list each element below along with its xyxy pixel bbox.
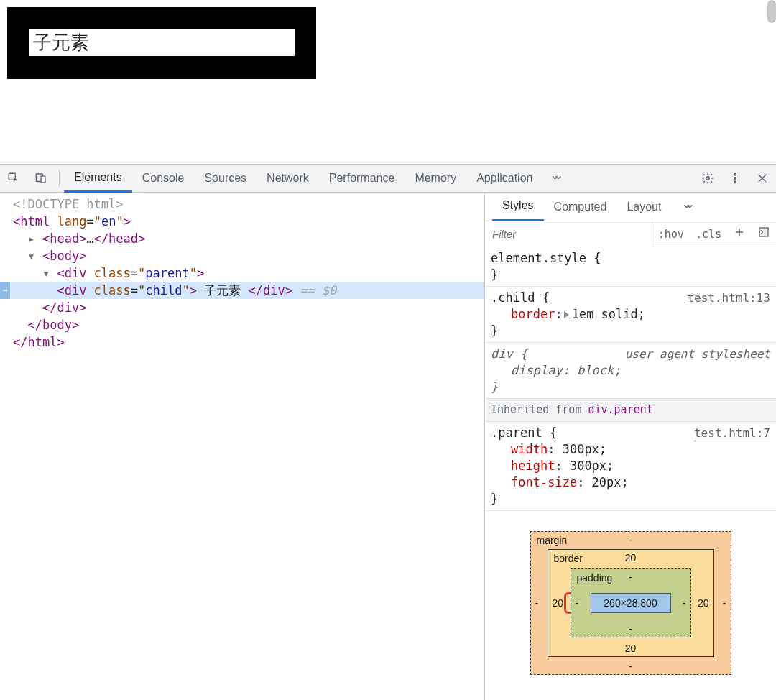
svg-rect-7 xyxy=(759,228,768,236)
styles-tabs: Styles Computed Layout xyxy=(485,193,776,221)
demo-parent-div: 子元素 xyxy=(7,7,316,79)
box-padding-label: padding xyxy=(577,572,613,584)
rule-element-style[interactable]: element.style {} xyxy=(485,247,776,287)
dom-body-open[interactable]: ▾ <body> xyxy=(0,247,484,264)
styles-tab-layout[interactable]: Layout xyxy=(616,193,671,221)
box-border-layer[interactable]: border 20 20 20 20 padding - - - - 260×2… xyxy=(548,549,714,657)
device-toolbar-icon[interactable] xyxy=(27,164,55,193)
box-padding-layer[interactable]: padding - - - - 260×28.800 xyxy=(571,568,691,637)
dom-parent-close[interactable]: </div> xyxy=(0,299,484,316)
rule-child[interactable]: test.html:13 .child { border:1em solid; … xyxy=(485,287,776,343)
more-tabs-icon[interactable] xyxy=(542,164,570,193)
styles-tab-styles[interactable]: Styles xyxy=(492,193,544,221)
toggle-hov-button[interactable]: :hov xyxy=(652,228,690,241)
styles-filter-bar: :hov .cls xyxy=(485,221,776,247)
page-viewport: 子元素 xyxy=(0,0,776,164)
box-border-label: border xyxy=(554,553,583,564)
box-margin-layer[interactable]: margin - - - - border 20 20 20 20 paddin… xyxy=(530,531,731,675)
expand-shorthand-icon[interactable] xyxy=(564,311,569,318)
styles-more-tabs-icon[interactable] xyxy=(671,193,704,221)
new-style-rule-icon[interactable] xyxy=(727,226,752,242)
tab-application[interactable]: Application xyxy=(466,164,542,193)
tab-network[interactable]: Network xyxy=(257,164,319,193)
styles-filter-input[interactable] xyxy=(485,221,652,247)
dom-head[interactable]: ▸ <head>…</head> xyxy=(0,230,484,247)
demo-child-div: 子元素 xyxy=(29,29,295,56)
svg-point-5 xyxy=(734,178,736,180)
toolbar-divider xyxy=(59,170,60,187)
rule-div-ua[interactable]: user agent stylesheet div { display: blo… xyxy=(485,343,776,399)
dom-html-open[interactable]: <html lang="en"> xyxy=(0,213,484,230)
tab-elements[interactable]: Elements xyxy=(64,164,132,193)
rule-source-ua: user agent stylesheet xyxy=(625,346,770,362)
kebab-menu-icon[interactable] xyxy=(721,164,749,193)
computed-styles-sidebar-icon[interactable] xyxy=(752,226,776,242)
rule-source-link[interactable]: test.html:7 xyxy=(694,425,770,441)
tab-memory[interactable]: Memory xyxy=(405,164,466,193)
svg-point-6 xyxy=(734,181,736,183)
svg-rect-2 xyxy=(41,176,45,183)
box-model-diagram[interactable]: margin - - - - border 20 20 20 20 paddin… xyxy=(485,511,776,675)
dom-child-div-selected[interactable]: <div class="child"> 子元素 </div> == $0 xyxy=(0,282,484,299)
page-scrollbar[interactable] xyxy=(767,0,776,23)
box-content-layer[interactable]: 260×28.800 xyxy=(591,593,671,613)
close-devtools-icon[interactable] xyxy=(749,164,776,193)
tab-performance[interactable]: Performance xyxy=(319,164,405,193)
inspect-element-icon[interactable] xyxy=(0,164,27,193)
svg-point-3 xyxy=(706,177,710,180)
style-rules: element.style {} test.html:13 .child { b… xyxy=(485,247,776,511)
dom-doctype[interactable]: <!DOCTYPE html> xyxy=(0,195,484,213)
styles-sidebar: Styles Computed Layout :hov .cls element… xyxy=(485,193,776,700)
svg-point-4 xyxy=(734,173,736,175)
dom-body-close[interactable]: </body> xyxy=(0,316,484,333)
rule-source-link[interactable]: test.html:13 xyxy=(687,290,770,306)
toggle-cls-button[interactable]: .cls xyxy=(690,228,727,241)
devtools-panels: <!DOCTYPE html> <html lang="en"> ▸ <head… xyxy=(0,193,776,700)
dom-html-close[interactable]: </html> xyxy=(0,333,484,351)
styles-tab-computed[interactable]: Computed xyxy=(544,193,617,221)
elements-dom-tree[interactable]: <!DOCTYPE html> <html lang="en"> ▸ <head… xyxy=(0,193,485,700)
box-margin-label: margin xyxy=(537,535,568,546)
tab-sources[interactable]: Sources xyxy=(194,164,257,193)
devtools-toolbar: Elements Console Sources Network Perform… xyxy=(0,164,776,193)
tab-console[interactable]: Console xyxy=(132,164,195,193)
rule-parent[interactable]: test.html:7 .parent { width: 300px; heig… xyxy=(485,422,776,511)
settings-icon[interactable] xyxy=(694,164,721,193)
inherited-from-header: Inherited from div.parent xyxy=(485,399,776,422)
dom-parent-div[interactable]: ▾ <div class="parent"> xyxy=(0,264,484,282)
